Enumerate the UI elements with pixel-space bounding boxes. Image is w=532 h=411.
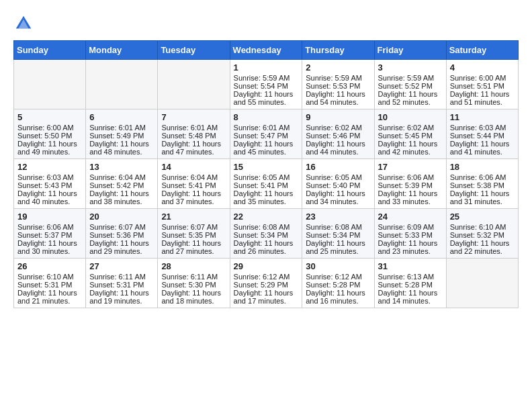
sunset-text: Sunset: 5:51 PM xyxy=(450,82,515,90)
logo xyxy=(13,13,36,34)
sunset-text: Sunset: 5:34 PM xyxy=(306,231,370,239)
calendar-day-cell: 5Sunrise: 6:00 AMSunset: 5:50 PMDaylight… xyxy=(14,109,86,159)
daylight-text: Daylight: 11 hours and 47 minutes. xyxy=(161,140,226,156)
sunset-text: Sunset: 5:43 PM xyxy=(17,181,82,189)
sunrise-text: Sunrise: 6:01 AM xyxy=(89,124,154,132)
sunrise-text: Sunrise: 6:07 AM xyxy=(161,223,226,231)
day-number: 23 xyxy=(306,212,370,222)
sunset-text: Sunset: 5:44 PM xyxy=(450,132,515,140)
calendar-week-row: 1Sunrise: 5:59 AMSunset: 5:54 PMDaylight… xyxy=(14,60,519,109)
calendar-day-cell: 8Sunrise: 6:01 AMSunset: 5:47 PMDaylight… xyxy=(230,109,302,159)
day-number: 8 xyxy=(234,112,299,122)
calendar-day-cell: 15Sunrise: 6:05 AMSunset: 5:41 PMDayligh… xyxy=(230,159,302,209)
day-number: 4 xyxy=(450,62,515,73)
sunrise-text: Sunrise: 6:10 AM xyxy=(450,223,515,231)
calendar-day-cell xyxy=(158,60,230,109)
calendar-day-cell: 26Sunrise: 6:10 AMSunset: 5:31 PMDayligh… xyxy=(14,259,86,308)
weekday-header: Sunday xyxy=(14,41,86,60)
sunset-text: Sunset: 5:34 PM xyxy=(234,231,299,239)
calendar-day-cell: 14Sunrise: 6:04 AMSunset: 5:41 PMDayligh… xyxy=(158,159,230,209)
daylight-text: Daylight: 11 hours and 41 minutes. xyxy=(450,140,515,156)
sunset-text: Sunset: 5:49 PM xyxy=(89,132,154,140)
calendar-day-cell: 2Sunrise: 5:59 AMSunset: 5:53 PMDaylight… xyxy=(302,60,374,109)
day-number: 20 xyxy=(89,212,154,222)
calendar-week-row: 19Sunrise: 6:06 AMSunset: 5:37 PMDayligh… xyxy=(14,209,519,259)
daylight-text: Daylight: 11 hours and 30 minutes. xyxy=(17,239,82,255)
calendar-week-row: 12Sunrise: 6:03 AMSunset: 5:43 PMDayligh… xyxy=(14,159,519,209)
calendar-day-cell: 16Sunrise: 6:05 AMSunset: 5:40 PMDayligh… xyxy=(302,159,374,209)
daylight-text: Daylight: 11 hours and 29 minutes. xyxy=(89,239,154,255)
sunset-text: Sunset: 5:42 PM xyxy=(89,181,154,189)
weekday-header: Saturday xyxy=(446,41,518,60)
calendar-day-cell: 21Sunrise: 6:07 AMSunset: 5:35 PMDayligh… xyxy=(158,209,230,259)
day-number: 11 xyxy=(450,112,515,122)
calendar-day-cell: 3Sunrise: 5:59 AMSunset: 5:52 PMDaylight… xyxy=(374,60,446,109)
daylight-text: Daylight: 11 hours and 48 minutes. xyxy=(89,140,154,156)
daylight-text: Daylight: 11 hours and 54 minutes. xyxy=(306,90,370,106)
day-number: 22 xyxy=(234,212,299,222)
sunset-text: Sunset: 5:28 PM xyxy=(306,281,370,289)
sunrise-text: Sunrise: 6:11 AM xyxy=(89,273,154,281)
sunset-text: Sunset: 5:45 PM xyxy=(378,132,443,140)
calendar-day-cell xyxy=(446,259,518,308)
calendar-day-cell: 30Sunrise: 6:12 AMSunset: 5:28 PMDayligh… xyxy=(302,259,374,308)
sunrise-text: Sunrise: 6:03 AM xyxy=(450,124,515,132)
calendar-day-cell: 6Sunrise: 6:01 AMSunset: 5:49 PMDaylight… xyxy=(86,109,158,159)
calendar: SundayMondayTuesdayWednesdayThursdayFrid… xyxy=(13,40,519,308)
day-number: 18 xyxy=(450,162,515,172)
day-number: 2 xyxy=(306,62,370,73)
sunset-text: Sunset: 5:41 PM xyxy=(161,181,226,189)
daylight-text: Daylight: 11 hours and 22 minutes. xyxy=(450,239,515,255)
day-number: 6 xyxy=(89,112,154,122)
sunset-text: Sunset: 5:32 PM xyxy=(450,231,515,239)
sunrise-text: Sunrise: 6:05 AM xyxy=(306,173,370,181)
sunset-text: Sunset: 5:40 PM xyxy=(306,181,370,189)
daylight-text: Daylight: 11 hours and 21 minutes. xyxy=(17,289,82,305)
day-number: 25 xyxy=(450,212,515,222)
sunset-text: Sunset: 5:54 PM xyxy=(234,82,299,90)
daylight-text: Daylight: 11 hours and 33 minutes. xyxy=(378,189,443,205)
sunrise-text: Sunrise: 5:59 AM xyxy=(378,74,443,82)
daylight-text: Daylight: 11 hours and 18 minutes. xyxy=(161,289,226,305)
daylight-text: Daylight: 11 hours and 26 minutes. xyxy=(234,239,299,255)
calendar-day-cell: 7Sunrise: 6:01 AMSunset: 5:48 PMDaylight… xyxy=(158,109,230,159)
sunrise-text: Sunrise: 6:01 AM xyxy=(161,124,226,132)
calendar-day-cell: 12Sunrise: 6:03 AMSunset: 5:43 PMDayligh… xyxy=(14,159,86,209)
day-number: 30 xyxy=(306,261,370,271)
daylight-text: Daylight: 11 hours and 40 minutes. xyxy=(17,189,82,205)
calendar-day-cell: 10Sunrise: 6:02 AMSunset: 5:45 PMDayligh… xyxy=(374,109,446,159)
day-number: 26 xyxy=(17,261,82,271)
daylight-text: Daylight: 11 hours and 45 minutes. xyxy=(234,140,299,156)
sunset-text: Sunset: 5:35 PM xyxy=(161,231,226,239)
sunrise-text: Sunrise: 6:02 AM xyxy=(306,124,370,132)
day-number: 15 xyxy=(234,162,299,172)
daylight-text: Daylight: 11 hours and 42 minutes. xyxy=(378,140,443,156)
sunrise-text: Sunrise: 6:08 AM xyxy=(234,223,299,231)
sunrise-text: Sunrise: 6:06 AM xyxy=(378,173,443,181)
page-header xyxy=(13,13,519,34)
sunrise-text: Sunrise: 6:00 AM xyxy=(450,74,515,82)
weekday-header: Friday xyxy=(374,41,446,60)
calendar-day-cell: 1Sunrise: 5:59 AMSunset: 5:54 PMDaylight… xyxy=(230,60,302,109)
sunset-text: Sunset: 5:33 PM xyxy=(378,231,443,239)
calendar-day-cell: 17Sunrise: 6:06 AMSunset: 5:39 PMDayligh… xyxy=(374,159,446,209)
daylight-text: Daylight: 11 hours and 14 minutes. xyxy=(378,289,443,305)
weekday-header: Wednesday xyxy=(230,41,302,60)
sunrise-text: Sunrise: 6:04 AM xyxy=(89,173,154,181)
daylight-text: Daylight: 11 hours and 44 minutes. xyxy=(306,140,370,156)
calendar-day-cell xyxy=(86,60,158,109)
day-number: 31 xyxy=(378,261,443,271)
sunrise-text: Sunrise: 6:09 AM xyxy=(378,223,443,231)
calendar-day-cell: 20Sunrise: 6:07 AMSunset: 5:36 PMDayligh… xyxy=(86,209,158,259)
sunset-text: Sunset: 5:37 PM xyxy=(17,231,82,239)
calendar-day-cell: 31Sunrise: 6:13 AMSunset: 5:28 PMDayligh… xyxy=(374,259,446,308)
daylight-text: Daylight: 11 hours and 51 minutes. xyxy=(450,90,515,106)
sunrise-text: Sunrise: 6:10 AM xyxy=(17,273,82,281)
sunset-text: Sunset: 5:30 PM xyxy=(161,281,226,289)
calendar-day-cell: 9Sunrise: 6:02 AMSunset: 5:46 PMDaylight… xyxy=(302,109,374,159)
daylight-text: Daylight: 11 hours and 16 minutes. xyxy=(306,289,370,305)
calendar-day-cell: 23Sunrise: 6:08 AMSunset: 5:34 PMDayligh… xyxy=(302,209,374,259)
day-number: 17 xyxy=(378,162,443,172)
day-number: 16 xyxy=(306,162,370,172)
daylight-text: Daylight: 11 hours and 35 minutes. xyxy=(234,189,299,205)
